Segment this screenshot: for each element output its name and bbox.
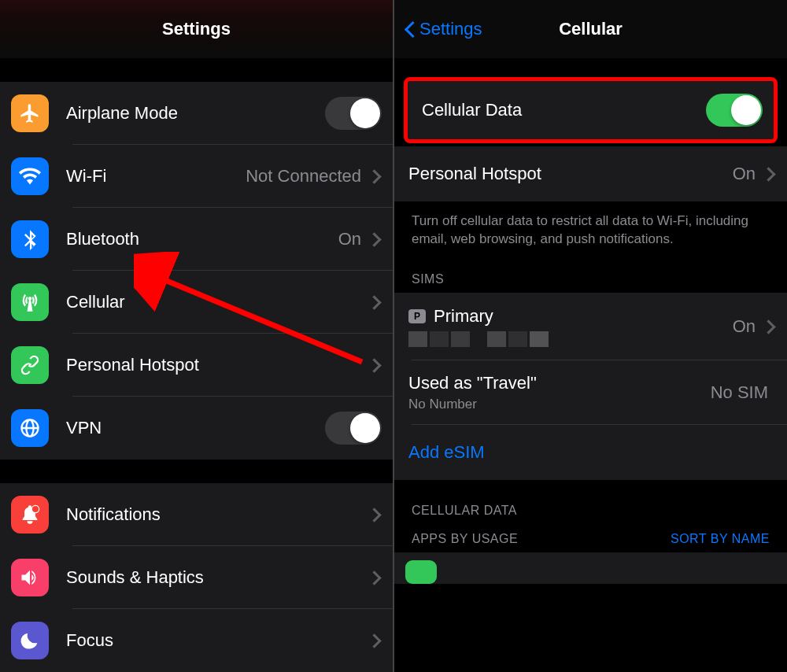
redacted-number	[408, 331, 733, 347]
general-section: Notifications Sounds & Haptics Focus	[0, 483, 393, 672]
airplane-label: Airplane Mode	[66, 103, 325, 124]
sim-badge: P	[408, 309, 426, 323]
sounds-row[interactable]: Sounds & Haptics	[0, 546, 393, 609]
wifi-row[interactable]: Wi-Fi Not Connected	[0, 145, 393, 208]
notifications-label: Notifications	[66, 504, 369, 525]
airplane-toggle[interactable]	[325, 97, 382, 130]
globe-icon	[11, 409, 49, 447]
sim-travel-value: No SIM	[711, 382, 768, 403]
sim-travel-row[interactable]: Used as "Travel" No Number No SIM	[394, 360, 787, 425]
apps-section	[394, 552, 787, 584]
page-title: Cellular	[559, 19, 623, 39]
chevron-right-icon	[369, 168, 379, 184]
chevron-right-icon	[369, 633, 379, 648]
bluetooth-row[interactable]: Bluetooth On	[0, 208, 393, 271]
back-label: Settings	[419, 19, 482, 39]
sim-primary-row[interactable]: P Primary On	[394, 293, 787, 360]
wifi-label: Wi-Fi	[66, 166, 246, 186]
bluetooth-label: Bluetooth	[66, 229, 338, 249]
cellular-data-label: Cellular Data	[422, 100, 706, 120]
hotspot-section: Personal Hotspot On	[394, 146, 787, 201]
settings-header: Settings	[0, 0, 393, 58]
sounds-label: Sounds & Haptics	[66, 567, 369, 588]
vpn-label: VPN	[66, 418, 325, 438]
personal-hotspot-row[interactable]: Personal Hotspot On	[394, 146, 787, 201]
cellular-data-row[interactable]: Cellular Data	[408, 81, 774, 139]
hotspot-label: Personal Hotspot	[66, 355, 369, 375]
sort-by-name-button[interactable]: SORT BY NAME	[671, 532, 770, 546]
moon-icon	[11, 622, 49, 659]
network-section: Airplane Mode Wi-Fi Not Connected Blueto	[0, 82, 393, 460]
sim-travel-sub: No Number	[408, 397, 711, 412]
chevron-right-icon	[369, 570, 379, 585]
vpn-row[interactable]: VPN	[0, 397, 393, 460]
add-esim-row[interactable]: Add eSIM	[394, 425, 787, 480]
focus-row[interactable]: Focus	[0, 609, 393, 672]
speaker-icon	[11, 559, 49, 596]
sim-primary-value: On	[733, 316, 756, 337]
sims-header: SIMs	[394, 260, 787, 293]
highlight-annotation: Cellular Data	[404, 77, 778, 143]
app-icon	[405, 560, 437, 584]
add-esim-label: Add eSIM	[408, 442, 776, 463]
cellular-row[interactable]: Cellular	[0, 271, 393, 334]
wifi-value: Not Connected	[246, 166, 361, 186]
chevron-right-icon	[369, 507, 379, 522]
chevron-left-icon	[405, 20, 416, 38]
personal-hotspot-label: Personal Hotspot	[408, 164, 733, 184]
wifi-icon	[11, 157, 49, 195]
cellular-data-section-header: CELLULAR DATA	[394, 480, 787, 524]
sim-primary-label: Primary	[434, 306, 493, 327]
airplane-mode-row[interactable]: Airplane Mode	[0, 82, 393, 145]
cellular-label: Cellular	[66, 292, 369, 312]
chevron-right-icon	[763, 319, 773, 334]
cellular-header: Settings Cellular	[394, 0, 787, 58]
page-title: Settings	[162, 19, 231, 39]
airplane-icon	[11, 94, 49, 132]
bluetooth-value: On	[338, 229, 361, 249]
chevron-right-icon	[369, 357, 379, 373]
focus-label: Focus	[66, 630, 369, 651]
antenna-icon	[11, 283, 49, 321]
hotspot-row[interactable]: Personal Hotspot	[0, 334, 393, 397]
app-row-peek[interactable]	[394, 552, 787, 596]
sim-travel-label: Used as "Travel"	[408, 373, 711, 393]
back-button[interactable]: Settings	[405, 19, 482, 39]
chevron-right-icon	[763, 166, 773, 182]
chevron-right-icon	[369, 294, 379, 310]
cellular-note: Turn off cellular data to restrict all d…	[394, 201, 787, 260]
apps-by-usage-header: APPS BY USAGE SORT BY NAME	[394, 524, 787, 552]
svg-point-0	[31, 505, 39, 512]
cellular-data-toggle[interactable]	[706, 94, 763, 127]
apps-usage-label: APPS BY USAGE	[412, 532, 518, 546]
link-icon	[11, 346, 49, 384]
personal-hotspot-value: On	[733, 164, 756, 184]
vpn-toggle[interactable]	[325, 412, 382, 445]
sims-section: P Primary On	[394, 293, 787, 480]
bluetooth-icon	[11, 220, 49, 258]
bell-icon	[11, 496, 49, 534]
notifications-row[interactable]: Notifications	[0, 483, 393, 546]
chevron-right-icon	[369, 231, 379, 247]
